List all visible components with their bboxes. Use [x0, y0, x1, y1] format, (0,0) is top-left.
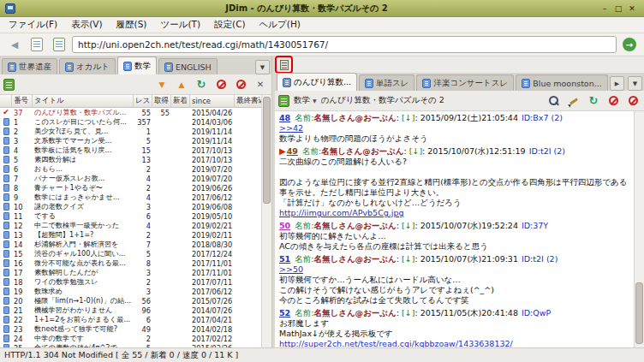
poster-name[interactable]: 名無しさん@おーぷん: [313, 308, 396, 317]
post-number-link[interactable]: 49: [287, 146, 298, 156]
back-button[interactable]: ◀: [5, 36, 24, 54]
board-scrollbar-thumb[interactable]: [263, 97, 271, 204]
table-row[interactable]: 12中二で数検準一級受かった42019/02/21: [0, 221, 261, 230]
table-row[interactable]: 5素因数分解は132017/10/13: [0, 155, 261, 164]
stop-button[interactable]: [213, 77, 229, 92]
board-name-dropdown[interactable]: 数学 ▼: [294, 95, 317, 106]
search-button[interactable]: [546, 93, 562, 109]
table-row[interactable]: 15渋谷のギャル100人に聞い...52017/12/24: [0, 249, 261, 258]
board-tab-sekaiisan[interactable]: 世界遺産: [2, 58, 57, 74]
thread-tab-scroll-right[interactable]: ▶: [610, 76, 624, 91]
anchor-link[interactable]: >>42: [279, 123, 303, 133]
menu-file[interactable]: ファイル(F): [2, 17, 64, 33]
menu-view[interactable]: 表示(V): [64, 17, 109, 33]
thread-tab-list-dropdown[interactable]: ▼: [628, 76, 642, 91]
table-row[interactable]: 24中学の数学です22017/02/12: [0, 334, 261, 343]
poster-name[interactable]: 名無しさん@おーぷん: [321, 146, 403, 156]
post-number-link[interactable]: 50: [279, 221, 290, 230]
table-row[interactable]: 14杉浦解析入門・解析演習を72018/08/30: [0, 240, 261, 249]
board-tab-english[interactable]: ENGLISH: [158, 58, 218, 74]
post-id-link[interactable]: ID:37Y: [522, 221, 548, 230]
url-link[interactable]: http://super2ch.net/test/read.cgi/kqbbzo…: [279, 339, 513, 347]
thread-list-button[interactable]: [50, 36, 69, 54]
table-row[interactable]: 17素数解明したんだが32017/11/01: [0, 268, 261, 277]
row-title: 数neet感って独学で可能?: [33, 324, 134, 334]
thread-scrollbar-thumb[interactable]: [635, 282, 643, 344]
thread-tab-bluemoonstone[interactable]: Blue moonston...: [516, 74, 608, 91]
thread-tab-yogaku[interactable]: 洋楽コンサートスレ: [416, 74, 514, 91]
write-post-button[interactable]: [566, 93, 581, 109]
column-header-res[interactable]: レス: [134, 95, 152, 107]
thread-stop-button[interactable]: [605, 93, 621, 109]
table-row[interactable]: 11でする62019/05/10: [0, 211, 261, 221]
board-scrollbar[interactable]: [261, 95, 271, 347]
table-row[interactable]: 7バナー仮系スレお教...42019/07/20: [0, 174, 261, 183]
statusbar: HTTP/1.1 304 Not Modified [ 全 55 / 新着 0 …: [0, 347, 644, 362]
delete-log-button[interactable]: [233, 77, 248, 92]
post-id-link[interactable]: ID:t2I (2): [522, 254, 558, 264]
column-header-icon[interactable]: [0, 95, 12, 107]
search-up-button[interactable]: ▲: [174, 77, 189, 92]
toggle-thread-list-button[interactable]: [277, 57, 291, 72]
poster-name[interactable]: 名無しさん@おーぷん: [313, 113, 396, 122]
post-id-link[interactable]: ID:QwP: [522, 308, 551, 317]
post-number-link[interactable]: 51: [279, 254, 290, 264]
thread-tab-tango[interactable]: 単語スレ: [359, 74, 414, 91]
board-tab-list-dropdown[interactable]: ▼: [255, 60, 270, 74]
column-header-got[interactable]: 取得: [152, 95, 171, 107]
thread-reload-button[interactable]: ↻: [586, 93, 601, 109]
poster-name[interactable]: 名無しさん@おーぷん: [313, 254, 396, 264]
thread-tab-nonbiri[interactable]: のんびり算数...: [277, 73, 357, 91]
post-number-link[interactable]: 48: [279, 113, 290, 122]
table-row[interactable]: 13【超難問】1+1=?22019/02/11: [0, 230, 261, 240]
minimize-icon[interactable]: –: [598, 4, 611, 13]
table-row[interactable]: ✔37のんびり算数・数学パズル...55552015/04/26: [0, 108, 261, 117]
table-row[interactable]: 6おもら...22019/07/20: [0, 164, 261, 174]
row-since-date: 2019/06/08: [190, 203, 235, 211]
menu-settings[interactable]: 設定(C): [207, 17, 253, 33]
thread-doc-icon: [3, 175, 9, 182]
board-tab-occult[interactable]: オカルト: [59, 58, 116, 74]
table-row[interactable]: 221+1=2をお前らがまるく最...62017/04/21: [0, 315, 261, 324]
menu-tools[interactable]: ツール(T): [153, 17, 207, 33]
table-row[interactable]: 23数neet感って独学で可能?492014/02/18: [0, 324, 261, 334]
close-pane-button[interactable]: ✕: [253, 77, 268, 92]
reload-button[interactable]: ↻: [194, 77, 209, 92]
table-row[interactable]: 3文系数学でマーカン受...52019/11/14: [0, 136, 261, 145]
stop-icon: [609, 96, 618, 105]
maximize-icon[interactable]: □: [611, 4, 625, 13]
column-header-number[interactable]: 番号: [12, 95, 33, 107]
table-row[interactable]: 2美少女?ほら見て、見...12019/11/14: [0, 127, 261, 136]
column-header-new[interactable]: 新着: [171, 95, 190, 107]
menu-help[interactable]: ヘルプ(H): [253, 17, 307, 33]
search-down-button[interactable]: ▼: [154, 77, 170, 92]
url-link[interactable]: http://iimgur.com/APvb5Cg.jpg: [279, 208, 404, 217]
table-row[interactable]: 20極限「lim(n→1-0)(n)」の結...562015/07/26: [0, 296, 261, 306]
post-number-link[interactable]: 52: [279, 308, 290, 317]
table-row[interactable]: 9数学にはまっきゃかませ...42017/06/12: [0, 193, 261, 202]
poster-name[interactable]: 名無しさん@おーぷん: [313, 221, 396, 230]
column-header-since[interactable]: since: [190, 95, 235, 107]
post-id-link[interactable]: ID:Bx7 (2): [522, 113, 563, 122]
board-tab-math[interactable]: 数学: [117, 56, 157, 74]
table-row[interactable]: 18ワイの数学勉強スレ22017/07/11: [0, 277, 261, 287]
table-row[interactable]: 4数学板に活気を取り戻...152017/10/13: [0, 145, 261, 155]
table-row[interactable]: 8青チャート1やるぞ〜22019/06/26: [0, 183, 261, 193]
table-row[interactable]: 16微分不可能な点が表れる最...82017/11/01: [0, 258, 261, 268]
menu-history[interactable]: 履歴(S): [110, 17, 154, 33]
board-tab-icon: [8, 62, 16, 72]
post-id-link[interactable]: ID:t2I (2): [529, 146, 565, 156]
anchor-link[interactable]: >>50: [279, 264, 303, 274]
table-row[interactable]: 21機械学習がわかりません962014/07/26: [0, 306, 261, 315]
table-row[interactable]: 1このスレが目についたら何...3572014/03/06: [0, 117, 261, 127]
thread-delete-button[interactable]: [625, 93, 641, 109]
table-row[interactable]: 19数珠求め32017/06/12: [0, 287, 261, 296]
close-icon[interactable]: ✕: [625, 4, 639, 13]
board-list-button[interactable]: [27, 36, 46, 54]
url-input[interactable]: [72, 36, 617, 53]
open-url-button[interactable]: →: [620, 36, 639, 54]
thread-scrollbar[interactable]: [634, 111, 644, 347]
table-row[interactable]: 10謎の老数クイズ32019/06/08: [0, 202, 261, 211]
column-header-last-write[interactable]: 最終書込: [235, 95, 261, 107]
column-header-title[interactable]: タイトル: [33, 95, 134, 107]
